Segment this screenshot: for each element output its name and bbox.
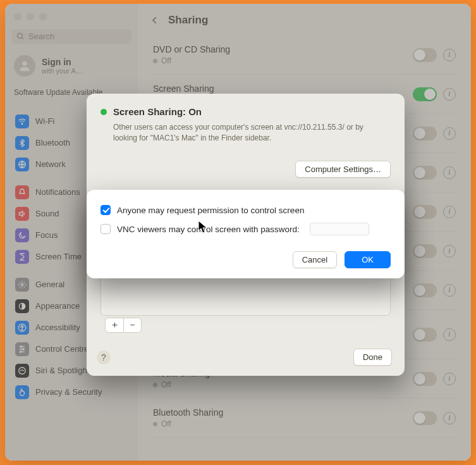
computer-settings-dialog: Anyone may request permission to control… xyxy=(87,190,405,278)
vnc-password-field[interactable] xyxy=(310,223,369,235)
help-button[interactable]: ? xyxy=(97,350,111,364)
add-button[interactable]: ＋ xyxy=(106,318,123,332)
anyone-request-row[interactable]: Anyone may request permission to control… xyxy=(101,205,391,215)
vnc-password-checkbox[interactable] xyxy=(101,224,111,234)
vnc-password-row[interactable]: VNC viewers may control screen with pass… xyxy=(101,223,391,235)
vnc-password-label: VNC viewers may control screen with pass… xyxy=(117,225,300,234)
ok-button[interactable]: OK xyxy=(345,251,391,268)
settings-window: Search Sign in with your A… Software Upd… xyxy=(5,4,471,461)
done-button[interactable]: Done xyxy=(353,349,392,366)
computer-settings-button[interactable]: Computer Settings… xyxy=(295,161,391,178)
status-dot-icon xyxy=(101,109,107,115)
anyone-request-checkbox[interactable] xyxy=(101,205,111,215)
add-remove-controls: ＋ － xyxy=(105,318,142,333)
sheet-title: Screen Sharing: On xyxy=(113,106,202,117)
sheet-description: Other users can access your computer's s… xyxy=(113,122,385,144)
remove-button[interactable]: － xyxy=(123,318,141,332)
cancel-button[interactable]: Cancel xyxy=(293,251,337,268)
anyone-request-label: Anyone may request permission to control… xyxy=(117,206,304,215)
